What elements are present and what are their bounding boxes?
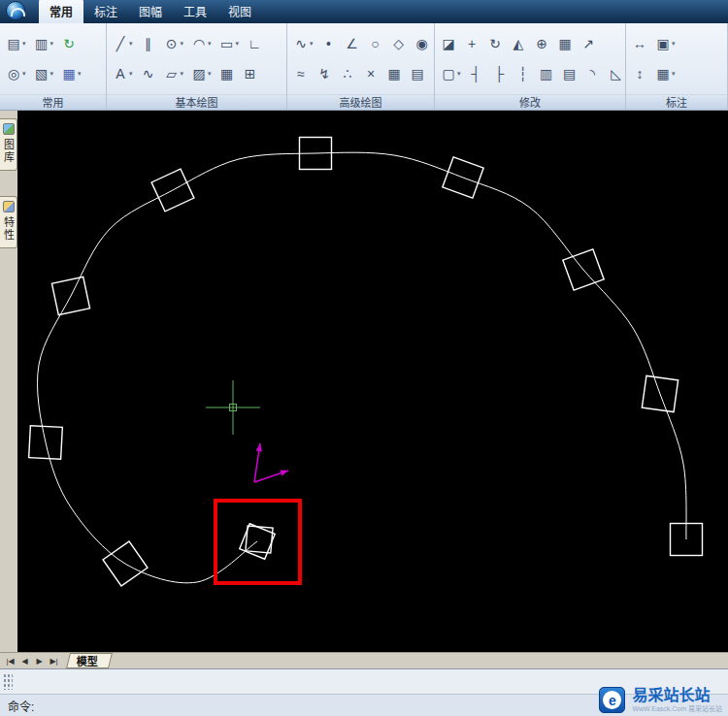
ribbon-button-stretch[interactable]: ↗ (578, 33, 599, 54)
dropdown-caret-icon: ▾ (129, 70, 133, 78)
command-prompt: 命令: (8, 698, 34, 714)
app-logo-icon[interactable] (6, 1, 25, 20)
cad-drawing[interactable] (17, 111, 728, 652)
center-mark-icon: ⊕ (534, 37, 549, 50)
ribbon-button-wave[interactable]: ≈ (290, 63, 312, 84)
dim-style-icon: ▣ (655, 37, 671, 50)
ribbon-button-mirror[interactable]: ◭ (508, 33, 529, 54)
grid-advanced-icon: ▦ (386, 67, 402, 81)
ribbon-button-rotate[interactable]: ↻ (484, 33, 506, 54)
polygon-icon: ▱ (164, 67, 180, 81)
sidebar-tab-properties[interactable]: 特性 (0, 196, 17, 248)
ribbon-button-circle[interactable]: ⊙▾ (161, 33, 187, 54)
ribbon-button-copy[interactable]: ▥▾ (31, 33, 57, 54)
ribbon-button-polygon-advanced[interactable]: ◇ (388, 33, 410, 54)
ribbon-button-table[interactable]: ⊞ (240, 63, 261, 84)
erase-icon: ◪ (441, 37, 456, 50)
watermark: e 易采站长站 WwW.Easck.Com 易采站长站 (599, 687, 722, 713)
ribbon-button-arc[interactable]: ◠▾ (188, 33, 215, 54)
model-tab[interactable]: 模型 (66, 653, 113, 668)
scatter-icon: ∴ (340, 67, 355, 81)
ribbon-button-polyline[interactable]: ∟ (244, 33, 265, 54)
ribbon-button-hatch[interactable]: ▨▾ (188, 63, 215, 84)
ribbon-button-break[interactable]: ┆ (513, 63, 534, 84)
ribbon-button-parallel[interactable]: ∥ (138, 33, 159, 54)
copy-icon: ▥ (34, 37, 50, 50)
hatch-icon: ▨ (191, 67, 207, 81)
tab-sheet[interactable]: 图幅 (128, 0, 173, 23)
prev-tab-button[interactable]: ◀ (18, 654, 31, 668)
ribbon-button-clipboard[interactable]: ▧▾ (31, 63, 57, 84)
ribbon-button-array[interactable]: ▦ (216, 63, 238, 84)
rotate-icon: ↻ (487, 37, 503, 50)
ribbon-button-chamfer[interactable]: ◺ (606, 63, 627, 84)
view-grid-icon: ▦ (61, 67, 77, 81)
ribbon-button-dim-style[interactable]: ▣▾ (652, 33, 678, 54)
ribbon-button-paste-modify[interactable]: ▤ (559, 63, 580, 84)
ribbon-button-polygon[interactable]: ▱▾ (161, 63, 187, 84)
ribbon-button-donut[interactable]: ◉ (412, 33, 433, 54)
drag-grip-icon[interactable] (3, 673, 13, 690)
ribbon-button-ellipse[interactable]: ○ (365, 33, 386, 54)
ribbon-button-cross[interactable]: × (360, 63, 381, 84)
ribbon-button-grid-advanced[interactable]: ▦ (383, 63, 405, 84)
ribbon-panel-basic-draw: ╱▾∥⊙▾◠▾▭▾∟A▾∿▱▾▨▾▦⊞ 基本绘图 (107, 23, 287, 110)
spline-icon: ∿ (141, 67, 156, 81)
ribbon-button-zoom[interactable]: ◎▾ (3, 63, 29, 84)
tab-view[interactable]: 视图 (217, 0, 262, 23)
tab-common[interactable]: 常用 (39, 0, 83, 23)
dim-linear-icon: ↔ (632, 37, 647, 50)
ribbon-button-zigzag[interactable]: ↯ (314, 63, 335, 84)
ribbon-button-dim-linear[interactable]: ↔ (629, 33, 650, 54)
ribbon-button-center-mark[interactable]: ⊕ (531, 33, 552, 54)
fillet-icon: ◝ (585, 67, 601, 81)
drawing-canvas[interactable] (17, 111, 728, 652)
ribbon-button-rectangle[interactable]: ▭▾ (216, 33, 243, 54)
ribbon-button-dim-table[interactable]: ▦▾ (652, 63, 678, 84)
ribbon-button-scatter[interactable]: ∴ (337, 63, 358, 84)
ribbon-button-dim-vertical[interactable]: ↕ (629, 63, 650, 84)
ucs-icon (254, 443, 288, 482)
sidebar-tab-library[interactable]: 图库 (0, 118, 17, 171)
zigzag-icon: ↯ (316, 67, 332, 81)
ribbon-button-text[interactable]: A▾ (110, 63, 136, 84)
ribbon-button-move[interactable]: + (461, 33, 482, 54)
ribbon-panel-buttons: ╱▾∥⊙▾◠▾▭▾∟A▾∿▱▾▨▾▦⊞ (107, 23, 286, 94)
polygon-advanced-icon: ◇ (391, 37, 407, 50)
tab-dimension[interactable]: 标注 (83, 0, 128, 23)
zoom-icon: ◎ (6, 67, 21, 81)
ribbon-button-angle[interactable]: ∠ (342, 33, 363, 54)
last-tab-button[interactable]: ▶| (48, 654, 60, 668)
arc-icon: ◠ (191, 37, 207, 50)
next-tab-button[interactable]: ▶ (33, 654, 46, 668)
ribbon-button-spline[interactable]: ∿ (138, 63, 159, 84)
dropdown-caret-icon: ▾ (310, 40, 314, 48)
tab-tools[interactable]: 工具 (173, 0, 217, 23)
ribbon-button-extend[interactable]: ├ (489, 63, 511, 84)
ribbon-button-fillet[interactable]: ◝ (582, 63, 604, 84)
spiral-curve[interactable] (37, 152, 686, 583)
dropdown-caret-icon: ▾ (50, 40, 54, 48)
ribbon-button-erase[interactable]: ◪ (438, 33, 459, 54)
ribbon-button-line[interactable]: ╱▾ (110, 33, 136, 54)
side-tab-strip: 图库 特性 (0, 111, 17, 652)
ribbon-button-point[interactable]: • (318, 33, 340, 54)
ribbon-button-array-modify[interactable]: ▦ (554, 33, 576, 54)
dim-vertical-icon: ↕ (632, 67, 647, 81)
first-tab-button[interactable]: |◀ (4, 654, 17, 668)
ribbon-button-select[interactable]: ▢▾ (438, 63, 464, 84)
ribbon-button-trim[interactable]: ┤ (466, 63, 487, 84)
dropdown-caret-icon: ▾ (50, 70, 54, 78)
sidebar-tab-label: 特性 (1, 216, 17, 242)
ribbon-button-copy-modify[interactable]: ▥ (536, 63, 557, 84)
ribbon-button-spline-advanced[interactable]: ∿▾ (290, 33, 316, 54)
ribbon-button-refresh[interactable]: ↻ (58, 33, 80, 54)
dropdown-caret-icon: ▾ (22, 40, 26, 48)
ribbon-button-view-grid[interactable]: ▦▾ (58, 63, 84, 84)
ribbon-tab-bar: 常用 标注 图幅 工具 视图 (0, 0, 728, 23)
ribbon-button-paste[interactable]: ▤▾ (3, 33, 29, 54)
watermark-title: 易采站长站 (632, 687, 722, 703)
break-icon: ┆ (515, 67, 531, 81)
mirror-icon: ◭ (511, 37, 526, 50)
ribbon-button-table-advanced[interactable]: ▤ (407, 63, 428, 84)
